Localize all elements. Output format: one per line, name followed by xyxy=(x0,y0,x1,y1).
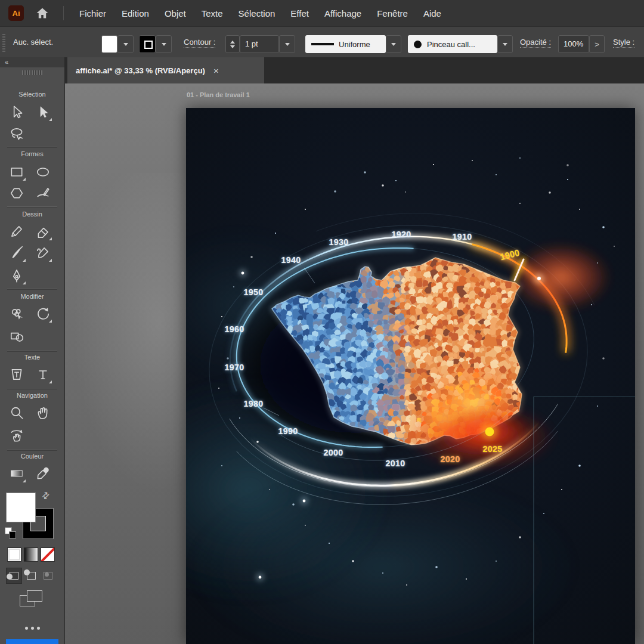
tool-shape-builder[interactable] xyxy=(7,327,26,346)
stroke-width-field[interactable]: 1 pt xyxy=(240,35,279,53)
draw-behind-button[interactable] xyxy=(23,568,39,584)
menu-bar: Ai FichierEditionObjetTexteSélectionEffe… xyxy=(0,0,644,26)
collapse-icon: « xyxy=(5,58,8,66)
tool-pencil[interactable] xyxy=(7,222,26,241)
stroke-label[interactable]: Contour : xyxy=(184,38,215,48)
tool-direct-selection[interactable] xyxy=(33,103,52,122)
stepper-up-icon[interactable] xyxy=(230,41,235,44)
artboard-label[interactable]: 01 - Plan de travail 1 xyxy=(187,91,250,98)
tool-selection[interactable] xyxy=(7,103,26,122)
toolbar-collapse-button[interactable]: « xyxy=(0,57,64,67)
fill-color-swatch[interactable] xyxy=(101,35,117,53)
toolbar-cta-bar[interactable] xyxy=(6,639,58,644)
stroke-style-line-icon xyxy=(311,43,334,45)
artboard-canvas[interactable]: 1900191019201930194019501960197019801990… xyxy=(186,108,635,644)
section-label-modify: Modifier xyxy=(0,293,64,300)
edit-toolbar-button[interactable] xyxy=(0,621,64,632)
tool-ellipse[interactable] xyxy=(33,162,52,181)
default-fill-stroke-icon[interactable] xyxy=(5,527,17,539)
menu-item[interactable]: Objet xyxy=(157,8,194,18)
tool-zoom[interactable] xyxy=(7,403,26,422)
tool-lasso[interactable] xyxy=(7,124,26,143)
opacity-field[interactable]: 100% xyxy=(558,35,589,53)
tool-pen[interactable] xyxy=(7,266,26,285)
opacity-more-button[interactable]: > xyxy=(589,35,605,53)
draw-inside-button[interactable] xyxy=(40,568,56,584)
poster-artwork xyxy=(186,108,635,644)
section-label-selection: Sélection xyxy=(0,91,64,98)
toolbar-divider xyxy=(7,450,57,450)
illustrator-window: Ai FichierEditionObjetTexteSélectionEffe… xyxy=(0,0,644,644)
tool-puppet-warp[interactable] xyxy=(7,304,26,323)
color-type-row xyxy=(0,547,64,563)
tool-eraser[interactable] xyxy=(33,222,52,241)
toolbar-divider xyxy=(7,147,57,147)
none-button[interactable] xyxy=(41,547,55,562)
document-tab[interactable]: affiche.ai* @ 33,33 % (RVB/Aperçu) × xyxy=(67,57,264,83)
fill-color-indicator[interactable] xyxy=(6,493,36,522)
menu-item[interactable]: Sélection xyxy=(231,8,283,18)
menu-item[interactable]: Fichier xyxy=(72,8,114,18)
tool-rotate[interactable] xyxy=(33,304,52,323)
toolbar-panel: « Sélection Formes Dessin Modifier Texte… xyxy=(0,57,65,644)
toolbar-divider xyxy=(7,389,57,389)
tool-eyedropper[interactable] xyxy=(33,464,52,483)
app-logo-icon[interactable]: Ai xyxy=(8,5,24,21)
tool-gradient[interactable] xyxy=(7,464,26,483)
stroke-style-dropdown[interactable] xyxy=(386,35,401,53)
tool-touch-type[interactable] xyxy=(7,365,26,384)
tool-type[interactable] xyxy=(33,365,52,384)
menu-item[interactable]: Effet xyxy=(283,8,317,18)
stroke-color-swatch[interactable] xyxy=(139,35,156,53)
section-label-draw: Dessin xyxy=(0,210,64,218)
tool-curvature-pen[interactable] xyxy=(33,243,52,262)
menu-item[interactable]: Edition xyxy=(114,8,157,18)
stroke-style-preview[interactable]: Uniforme xyxy=(305,35,386,53)
opacity-label[interactable]: Opacité : xyxy=(520,38,551,48)
pasteboard[interactable]: 01 - Plan de travail 1 xyxy=(65,83,644,644)
tool-hand[interactable] xyxy=(33,403,52,422)
stroke-swatch-dropdown[interactable] xyxy=(156,35,172,53)
menu-divider xyxy=(63,6,64,20)
current-year-marker xyxy=(481,423,498,440)
toolbar-drag-handle[interactable] xyxy=(22,70,42,75)
tool-rectangle[interactable] xyxy=(7,162,26,181)
toolbar-divider xyxy=(7,206,57,207)
stroke-width-dropdown[interactable] xyxy=(279,35,295,53)
document-area: affiche.ai* @ 33,33 % (RVB/Aperçu) × 01 … xyxy=(65,57,644,644)
chevron-down-icon xyxy=(162,43,166,46)
draw-normal-button[interactable] xyxy=(6,568,22,584)
draw-mode-row xyxy=(0,568,64,584)
menu-item[interactable]: Aide xyxy=(416,8,449,18)
screen-mode-button[interactable] xyxy=(20,590,45,609)
tool-rotate-view[interactable] xyxy=(7,426,26,445)
brush-dropdown[interactable] xyxy=(497,35,513,53)
brush-preview[interactable]: Pinceau call... xyxy=(408,35,497,53)
style-label[interactable]: Style : xyxy=(613,38,634,48)
menu-item[interactable]: Texte xyxy=(194,8,231,18)
menu-item[interactable]: Fenêtre xyxy=(369,8,416,18)
document-tab-title: affiche.ai* @ 33,33 % (RVB/Aperçu) xyxy=(76,66,205,75)
control-bar: Auc. sélect. Contour : 1 pt Uniforme Pin… xyxy=(0,26,644,58)
chevron-down-icon xyxy=(391,43,396,46)
tool-shaper[interactable] xyxy=(33,184,52,203)
swap-fill-stroke-icon[interactable]: ⇄ xyxy=(39,489,52,502)
toolbar-divider xyxy=(7,351,57,351)
panel-grip[interactable] xyxy=(2,34,5,52)
chevron-down-icon xyxy=(503,43,507,46)
stroke-width-stepper[interactable] xyxy=(225,35,240,53)
menu-item[interactable]: Affichage xyxy=(317,8,369,18)
tab-close-icon[interactable]: × xyxy=(213,66,219,76)
fill-swatch-dropdown[interactable] xyxy=(117,35,134,53)
section-label-navigation: Navigation xyxy=(0,392,64,399)
tool-polygon[interactable] xyxy=(7,184,26,203)
stepper-down-icon[interactable] xyxy=(230,45,235,48)
fill-stroke-cluster: ⇄ xyxy=(0,490,64,545)
selection-status: Auc. sélect. xyxy=(13,38,53,47)
home-icon[interactable] xyxy=(35,5,50,21)
brush-dot-icon xyxy=(414,41,422,48)
tool-paintbrush[interactable] xyxy=(7,243,26,262)
section-label-shapes: Formes xyxy=(0,150,64,157)
color-button[interactable] xyxy=(7,547,21,562)
gradient-button[interactable] xyxy=(24,547,38,562)
